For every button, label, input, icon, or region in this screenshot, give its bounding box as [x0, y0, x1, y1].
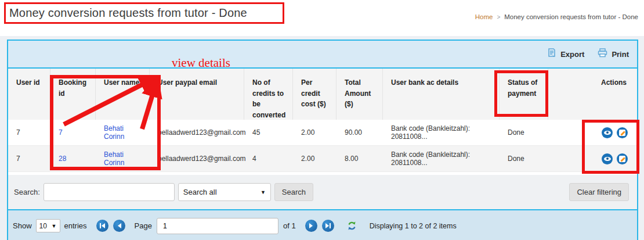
pagination-status: Displaying 1 to 2 of 2 items: [370, 222, 457, 230]
prev-page-button[interactable]: [113, 220, 125, 232]
table-header-row: User id Booking id User name User paypal…: [8, 69, 637, 120]
print-button[interactable]: Print: [597, 48, 629, 60]
booking-id-link[interactable]: 7: [59, 128, 63, 137]
col-header-booking-id: Booking id: [50, 69, 96, 120]
data-table: User id Booking id User name User paypal…: [8, 69, 637, 172]
user-name-link[interactable]: Behati Corinn: [104, 151, 145, 167]
entries-value: 10: [39, 222, 47, 230]
cell-booking-id: 28: [50, 146, 96, 171]
col-header-status: Status of payment: [500, 69, 548, 120]
col-header-actions: Actions: [548, 69, 637, 120]
col-header-per-credit-cost: Per credit cost ($): [293, 69, 337, 120]
col-header-total-amount: Total Amount ($): [337, 69, 383, 120]
eye-pupil-icon: [606, 131, 609, 134]
entries-select[interactable]: 10 ▼: [36, 219, 60, 232]
cell-status: Done: [500, 146, 548, 171]
page-label: Page: [135, 221, 152, 230]
next-page-icon: [308, 223, 314, 229]
prev-page-icon: [116, 223, 122, 229]
cell-status: Done: [500, 120, 548, 145]
col-header-credits: No of credits to be converted: [244, 69, 293, 120]
view-icon[interactable]: [602, 153, 613, 164]
cell-total-amount: 90.00: [337, 120, 383, 145]
page-of-label: of 1: [283, 221, 296, 230]
cell-actions: [548, 120, 637, 145]
entries-label: entries: [64, 221, 87, 230]
cell-booking-id: 7: [50, 120, 96, 145]
clear-filtering-button[interactable]: Clear filtering: [569, 183, 629, 201]
first-page-icon: [99, 223, 106, 229]
print-label: Print: [612, 50, 629, 59]
user-name-link[interactable]: Behati Corinn: [104, 124, 145, 141]
cell-credits: 4: [244, 146, 293, 171]
export-button[interactable]: Export: [547, 48, 584, 60]
eye-pupil-icon: [606, 157, 609, 160]
col-header-paypal-email: User paypal email: [150, 69, 244, 120]
chevron-down-icon: ▼: [52, 223, 57, 229]
export-label: Export: [560, 50, 584, 59]
last-page-button[interactable]: [322, 220, 334, 232]
cell-bank-details: Bank code (Bankleitzahl): 20811008...: [383, 120, 500, 145]
cell-user-id: 7: [8, 120, 50, 145]
last-page-icon: [325, 223, 331, 229]
col-header-bank-details: User bank ac details: [383, 69, 500, 120]
refresh-icon: [347, 221, 357, 231]
page-header: Money conversion requests from tutor - D…: [0, 0, 644, 36]
breadcrumb: Home > Money conversion requests from tu…: [475, 13, 638, 20]
booking-id-link[interactable]: 28: [59, 155, 66, 163]
cell-user-name: Behati Corinn: [96, 120, 150, 145]
edit-icon[interactable]: [617, 127, 628, 138]
search-filter-select[interactable]: Search all ▼: [178, 183, 271, 201]
chevron-down-icon: ▼: [261, 189, 266, 195]
first-page-button[interactable]: [96, 220, 108, 232]
search-input[interactable]: [44, 183, 175, 201]
search-bar: Search: Search all ▼ Search Clear filter…: [8, 175, 637, 209]
breadcrumb-separator: >: [497, 14, 500, 20]
search-label: Search:: [14, 188, 40, 196]
col-header-user-id: User id: [8, 69, 50, 120]
search-filter-value: Search all: [183, 188, 217, 196]
breadcrumb-home-link[interactable]: Home: [475, 13, 493, 20]
table-row: 7 28 Behati Corinn bellaadwerd123@gmail.…: [8, 146, 637, 172]
print-icon: [597, 48, 608, 60]
cell-actions: [548, 146, 637, 171]
export-icon: [547, 48, 557, 60]
cell-per-credit-cost: 2.00: [293, 120, 337, 145]
refresh-button[interactable]: [347, 221, 357, 231]
cell-credits: 45: [244, 120, 293, 145]
table-toolbar: Export Print: [8, 41, 637, 69]
page-number-input[interactable]: [157, 218, 278, 234]
view-icon[interactable]: [602, 127, 613, 138]
cell-paypal-email: bellaadwerd123@gmail.com: [150, 146, 244, 171]
show-label: Show: [13, 221, 32, 230]
pagination-bar: Show 10 ▼ entries Page of 1 Displaying 1…: [8, 209, 637, 240]
next-page-button[interactable]: [305, 220, 317, 232]
cell-per-credit-cost: 2.00: [293, 146, 337, 171]
edit-icon[interactable]: [617, 153, 628, 164]
search-button[interactable]: Search: [274, 183, 313, 201]
cell-user-id: 7: [8, 146, 50, 171]
col-header-user-name: User name: [96, 69, 150, 120]
cell-user-name: Behati Corinn: [96, 146, 150, 171]
cell-paypal-email: bellaadwerd123@gmail.com: [150, 120, 244, 145]
cell-total-amount: 8.00: [337, 146, 383, 171]
content-panel: Export Print User id Booking id User nam…: [7, 40, 638, 240]
table-row: 7 7 Behati Corinn bellaadwerd123@gmail.c…: [8, 120, 637, 146]
cell-bank-details: Bank code (Bankleitzahl): 20811008...: [383, 146, 500, 171]
page-title: Money conversion requests from tutor - D…: [9, 6, 247, 20]
breadcrumb-current: Money conversion requests from tutor - D…: [504, 13, 638, 20]
